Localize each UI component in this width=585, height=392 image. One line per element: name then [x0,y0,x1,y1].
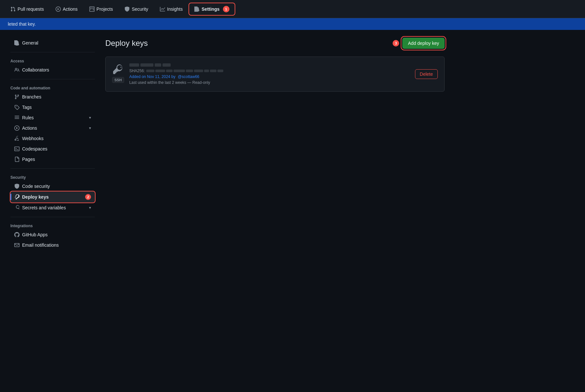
integrations-section-label: Integrations [10,221,95,229]
gear-icon [14,40,20,46]
nav-insights[interactable]: Insights [155,4,188,14]
sidebar-divider-3 [10,168,95,169]
general-label: General [22,40,91,46]
author-link[interactable]: @scottaw66 [178,74,199,79]
code-security-label: Code security [22,184,91,189]
key-name-blocks [129,63,171,67]
sidebar-item-collaborators[interactable]: Collaborators [10,65,95,75]
webhooks-icon [14,136,20,141]
add-deploy-key-button[interactable]: Add deploy key [402,38,445,49]
key-sidebar-icon [14,194,20,200]
key-added-meta: Added on Nov 11, 2024 by @scottaw66 [129,74,410,79]
nav-settings[interactable]: Settings 1 [189,3,234,15]
sidebar-item-codespaces[interactable]: Codespaces [10,144,95,154]
email-icon [14,242,20,248]
github-apps-icon [14,232,20,237]
sidebar-item-email-notifications[interactable]: Email notifications [10,240,95,250]
sidebar-item-general[interactable]: General [10,38,95,48]
sha-block-1 [146,70,154,72]
key-details: SHA256: Added on Nov 11, [129,63,410,85]
key-last-used: Last used within the last 2 weeks — Read… [129,80,410,85]
branches-label: Branches [22,94,91,99]
branch-icon [14,94,20,99]
page-header: Deploy keys 3 Add deploy key [105,38,445,49]
sidebar-item-actions[interactable]: Actions ▾ [10,123,95,133]
nav-insights-label: Insights [167,7,183,12]
sha-row: SHA256: [129,69,410,73]
nav-pull-requests[interactable]: Pull requests [5,4,49,14]
sidebar-item-secrets[interactable]: Secrets and variables ▾ [10,203,95,213]
rules-icon [14,115,20,120]
secrets-variables-label: Secrets and variables [22,205,86,210]
sidebar-divider-1 [10,52,95,52]
sidebar-divider-4 [10,217,95,217]
webhooks-label: Webhooks [22,136,91,141]
collaborators-icon [14,67,20,72]
actions-chevron: ▾ [89,126,91,130]
email-notifications-label: Email notifications [22,242,91,248]
sidebar-item-github-apps[interactable]: GitHub Apps [10,229,95,240]
security-section-label: Security [10,173,95,181]
main-layout: General Access Collaborators Code and au… [0,30,455,258]
added-text: Added on Nov 11, 2024 by [129,74,176,79]
nav-pull-requests-label: Pull requests [18,7,44,12]
delete-key-button[interactable]: Delete [415,69,438,79]
github-apps-label: GitHub Apps [22,232,91,237]
nav-actions[interactable]: Actions [50,4,83,14]
key-block-3 [155,63,161,67]
insights-icon [160,7,165,12]
main-content: Deploy keys 3 Add deploy key SSH [105,38,445,250]
security-nav-icon [124,7,130,12]
actions-sidebar-label: Actions [22,125,86,131]
actions-icon [56,7,61,12]
sidebar-item-tags[interactable]: Tags [10,102,95,112]
projects-icon [89,7,95,12]
top-nav: Pull requests Actions Projects Security [0,0,585,18]
sidebar-item-branches[interactable]: Branches [10,92,95,102]
sha-block-5 [186,70,193,72]
key-icon-svg [112,63,124,75]
secrets-chevron: ▾ [89,205,91,210]
rules-chevron: ▾ [89,115,91,120]
nav-security[interactable]: Security [119,4,153,14]
access-section-label: Access [10,56,95,65]
actions-sidebar-icon [14,125,20,131]
key-block-2 [140,63,153,67]
sha-prefix: SHA256: [129,69,145,73]
deploy-key-card: SSH SHA256: [105,57,445,92]
tags-label: Tags [22,105,91,110]
sidebar: General Access Collaborators Code and au… [10,38,95,250]
key-block-4 [162,63,171,67]
page-title: Deploy keys [105,39,148,48]
sidebar-divider-2 [10,79,95,79]
settings-icon [194,7,200,12]
sidebar-item-webhooks[interactable]: Webhooks [10,133,95,144]
collaborators-label: Collaborators [22,67,91,72]
code-section-label: Code and automation [10,83,95,92]
deploy-keys-label: Deploy keys [22,194,83,200]
sha-block-4 [174,70,185,72]
sha-block-9 [217,70,223,72]
secrets-icon [14,205,20,210]
sidebar-item-code-security[interactable]: Code security [10,181,95,191]
add-deploy-key-badge: 3 [393,40,399,46]
rules-label: Rules [22,115,86,120]
code-security-icon [14,184,20,189]
nav-security-label: Security [132,7,148,12]
sha-block-7 [204,70,209,72]
sha-block-6 [194,70,203,72]
sha-blocks [146,70,223,72]
pages-label: Pages [22,157,91,162]
sidebar-item-deploy-keys[interactable]: Deploy keys 2 [10,191,95,203]
deploy-keys-badge: 2 [85,194,91,200]
codespaces-label: Codespaces [22,146,91,151]
sidebar-item-pages[interactable]: Pages [10,154,95,164]
sha-block-8 [210,70,216,72]
key-block-1 [129,63,139,67]
add-deploy-key-label: Add deploy key [408,41,439,46]
sidebar-item-rules[interactable]: Rules ▾ [10,112,95,123]
key-name-row [129,63,410,67]
pr-icon [10,7,16,12]
notification-text: leted that key. [8,21,36,27]
nav-projects[interactable]: Projects [84,4,118,14]
